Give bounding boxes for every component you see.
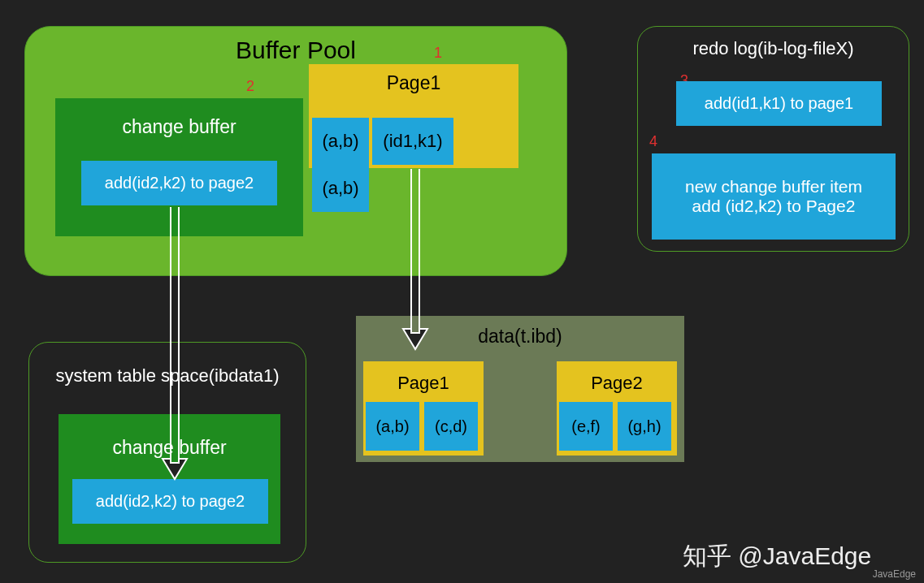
- data-page1-cell: (c,d): [424, 402, 478, 451]
- step-number-1: 1: [434, 45, 442, 62]
- change-buffer-entry: add(id2,k2) to page2: [81, 161, 277, 205]
- redo-log-item-line: add (id2,k2) to Page2: [652, 196, 896, 216]
- redo-log-item: new change buffer item add (id2,k2) to P…: [652, 153, 896, 240]
- redo-log-title: redo log(ib-log-fileX): [638, 38, 909, 59]
- page1-title: Page1: [309, 72, 518, 94]
- data-page2-title: Page2: [557, 373, 677, 394]
- step-number-2: 2: [246, 78, 254, 95]
- data-page1-cells: (a,b) (c,d): [366, 402, 481, 451]
- data-file-title: data(t.ibd): [356, 326, 684, 348]
- data-page2-cell: (e,f): [559, 402, 613, 451]
- buffer-pool-title: Buffer Pool: [25, 37, 566, 64]
- page1-cell: (a,b): [312, 118, 369, 165]
- redo-log-item: add(id1,k1) to page1: [676, 81, 882, 126]
- watermark-small: JavaEdge: [873, 568, 916, 580]
- change-buffer-system-title: change buffer: [59, 437, 280, 459]
- page1-cells-row: (a,b) (id1,k1) (a,b): [312, 118, 515, 165]
- data-page1-box: Page1 (a,b) (c,d): [363, 361, 484, 456]
- change-buffer-system-entry: add(id2,k2) to page2: [72, 479, 268, 524]
- data-page1-cell: (a,b): [366, 402, 419, 451]
- system-tablespace-title: system table space(ibdata1): [29, 365, 306, 387]
- page1-cell: (id1,k1): [372, 118, 453, 165]
- step-number-4: 4: [649, 133, 657, 150]
- data-page1-title: Page1: [363, 373, 484, 394]
- data-page2-box: Page2 (e,f) (g,h): [557, 361, 677, 456]
- page1-cell: (a,b): [312, 165, 369, 212]
- data-page2-cells: (e,f) (g,h): [559, 402, 675, 451]
- data-page2-cell: (g,h): [618, 402, 671, 451]
- redo-log-item-line: new change buffer item: [652, 177, 896, 196]
- change-buffer-title: change buffer: [55, 116, 303, 138]
- watermark-main: 知乎 @JavaEdge: [683, 540, 871, 573]
